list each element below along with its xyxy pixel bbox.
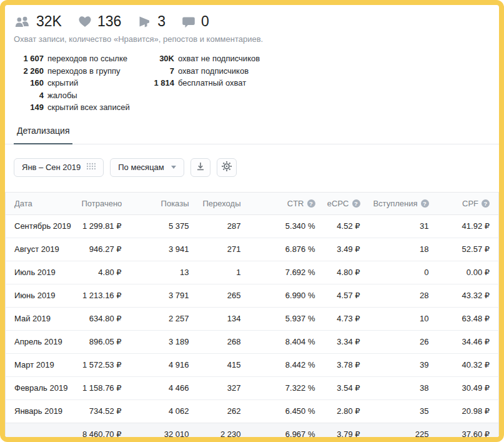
calendar-grid-icon (86, 163, 96, 172)
comment-icon (182, 15, 195, 28)
summary-stats-left: 1 607переходов по ссылке 2 260переходов … (14, 53, 121, 114)
col-date: Дата (6, 192, 82, 214)
cell: 271 (189, 238, 241, 261)
cell: 4 466 (122, 376, 189, 399)
table-row: Апрель 2019896.05 ₽3 1892688.404 %3.34 ₽… (6, 330, 499, 353)
date-range-button[interactable]: Янв – Сен 2019 (14, 158, 104, 177)
cell: Май 2019 (6, 307, 82, 330)
table-row: Февраль 20191 158.76 ₽4 4663277.322 %3.5… (6, 376, 499, 399)
cell: 0 (360, 261, 429, 284)
gear-icon (221, 161, 232, 174)
cell: 6.450 % (241, 399, 315, 423)
col-joins: Вступления? (360, 192, 429, 214)
help-icon[interactable]: ? (307, 199, 315, 208)
cell: 1 572.53 ₽ (82, 353, 122, 376)
cell: 4 062 (122, 399, 189, 423)
cell: Март 2019 (6, 353, 82, 376)
likes-counter: 136 (78, 13, 121, 30)
col-clicks: Переходы (189, 192, 241, 214)
cell: 634.80 ₽ (82, 307, 122, 330)
cell: Август 2019 (6, 238, 82, 261)
cell: 8.442 % (241, 353, 315, 376)
cell: 134 (189, 307, 241, 330)
cell: 40.32 ₽ (429, 353, 499, 376)
cell: 3 941 (122, 238, 189, 261)
help-icon[interactable]: ? (482, 199, 490, 208)
stat-link-clicks: 1 607переходов по ссылке (14, 53, 121, 65)
reposts-counter: 3 (137, 13, 166, 30)
settings-button[interactable] (217, 158, 237, 177)
cell: 20.98 ₽ (429, 399, 499, 423)
cell: 6.990 % (241, 284, 315, 307)
stat-reach-subs: 7охват подписчиков (121, 65, 260, 78)
people-icon (14, 15, 31, 28)
counters-subtitle: Охват записи, количество «Нравится», реп… (14, 34, 490, 44)
help-icon[interactable]: ? (421, 199, 429, 208)
cell: 41.92 ₽ (429, 214, 499, 238)
cell: 38 (360, 376, 429, 399)
comments-counter: 0 (182, 13, 209, 30)
cell: 265 (189, 284, 241, 307)
col-ecpc: eCPC? (315, 192, 360, 214)
stat-reach-nonsubs: 30Kохват не подписчиков (121, 53, 260, 65)
col-ctr: CTR? (241, 192, 315, 214)
post-counters: 32K 136 3 (14, 11, 490, 31)
cell: 1 213.16 ₽ (82, 284, 122, 307)
cell: 1 299.81 ₽ (82, 214, 122, 238)
table-row: Январь 2019734.52 ₽4 0622626.450 %2.80 ₽… (6, 399, 499, 423)
cell: 3.34 ₽ (315, 330, 360, 353)
cell: 3.78 ₽ (315, 353, 360, 376)
cell: 8 460.70 ₽ (82, 423, 122, 442)
cell: 63.48 ₽ (429, 307, 499, 330)
reposts-count: 3 (157, 13, 166, 30)
cell (6, 423, 82, 442)
cell: 2 257 (122, 307, 189, 330)
cell: 43.32 ₽ (429, 284, 499, 307)
cell: 4.80 ₽ (315, 261, 360, 284)
cell: Июль 2019 (6, 261, 82, 284)
cell: 26 (360, 330, 429, 353)
cell: 34.46 ₽ (429, 330, 499, 353)
stat-hide-all: 149скрытий всех записей (14, 101, 121, 114)
cell: Июнь 2019 (6, 284, 82, 307)
cell: 946.27 ₽ (82, 238, 122, 261)
export-button[interactable] (190, 158, 210, 177)
download-icon (195, 161, 205, 173)
cell: Апрель 2019 (6, 330, 82, 353)
cell: 2 230 (189, 423, 241, 442)
summary-stats-right: 30Kохват не подписчиков 7охват подписчик… (121, 53, 260, 114)
cell: 4 916 (122, 353, 189, 376)
cell: 5.937 % (241, 307, 315, 330)
ads-stats-table: Дата Потрачено Показы Переходы CTR? eCPC… (5, 192, 499, 442)
table-row: Август 2019946.27 ₽3 9412716.876 %3.49 ₽… (6, 238, 499, 261)
cell: 4.73 ₽ (315, 307, 360, 330)
cell: 3.79 ₽ (315, 423, 360, 442)
cell: 287 (189, 214, 241, 238)
tab-detalization[interactable]: Детализация (14, 126, 72, 144)
col-impressions: Показы (122, 192, 189, 214)
cell: 6.876 % (241, 238, 315, 261)
cell: 5.340 % (241, 214, 315, 238)
cell: 225 (360, 423, 429, 442)
cell: 6.967 % (241, 423, 315, 442)
cell: 35 (360, 399, 429, 423)
table-row: Март 20191 572.53 ₽4 9164158.442 %3.78 ₽… (6, 353, 499, 376)
cell: 10 (360, 307, 429, 330)
cell: 52.57 ₽ (429, 238, 499, 261)
help-icon[interactable]: ? (352, 199, 360, 208)
stat-complaints: 4жалобы (14, 89, 121, 102)
cell: 7.322 % (241, 376, 315, 399)
grouping-dropdown[interactable]: По месяцам (110, 158, 184, 177)
summary-stats: 1 607переходов по ссылке 2 260переходов … (14, 53, 490, 114)
cell: 18 (360, 238, 429, 261)
cell: 1 (189, 261, 241, 284)
toolbar: Янв – Сен 2019 По месяцам (5, 158, 499, 177)
col-spent: Потрачено (82, 192, 122, 214)
heart-icon (78, 15, 92, 28)
table-header-row: Дата Потрачено Показы Переходы CTR? eCPC… (6, 192, 499, 214)
table-row: Июнь 20191 213.16 ₽3 7912656.990 %4.57 ₽… (6, 284, 499, 307)
summary-section: 32K 136 3 (5, 5, 499, 114)
stat-group-visits: 2 260переходов в группу (14, 65, 121, 78)
table-row: Сентябрь 20191 299.81 ₽5 3752875.340 %4.… (6, 214, 499, 238)
comments-count: 0 (201, 13, 209, 30)
